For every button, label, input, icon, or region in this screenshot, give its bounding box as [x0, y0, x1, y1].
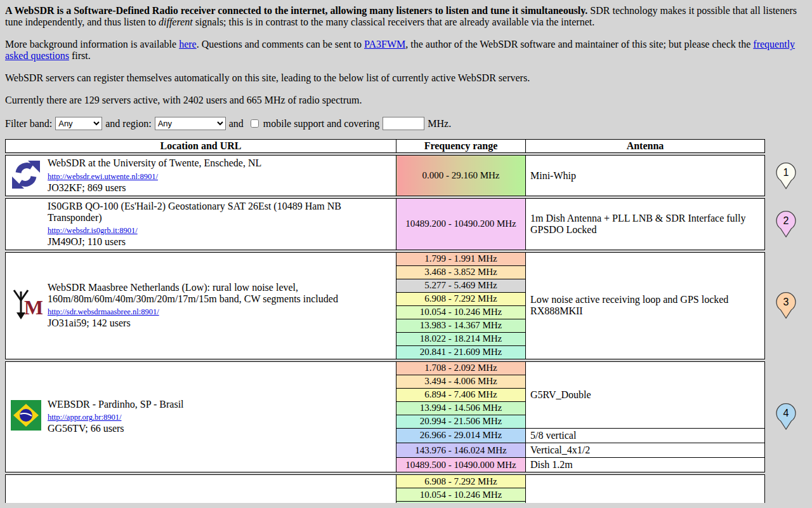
frequency-range-cell: 1.708 - 2.092 MHz	[396, 361, 526, 375]
server-row-pardinho: WEBSDR - Pardinho, SP - Brasil http://ap…	[5, 361, 807, 472]
frequency-range-cell: 20.841 - 21.609 MHz	[396, 345, 526, 359]
brazil-flag-icon	[8, 400, 48, 433]
filter-and-label: and	[229, 118, 244, 130]
intro-bold-lead: A WebSDR is a Software-Defined Radio rec…	[5, 5, 587, 16]
table-header: Location and URL Frequency range Antenna	[5, 139, 765, 153]
filter-mhz-label: MHz.	[428, 118, 451, 130]
frequency-range-cell: 26.966 - 29.014 MHz	[396, 428, 526, 443]
antenna-cell: G5RV_Double	[526, 361, 765, 428]
svg-text:4: 4	[783, 408, 789, 418]
server-card: IS0GRB QO-100 (Es'Hail-2) Geostationary …	[5, 198, 765, 250]
utwente-logo-icon	[8, 159, 48, 192]
antenna-cell: 1m Dish Antenna + PLL LNB & SDR Interfac…	[526, 198, 765, 250]
svg-text:3: 3	[783, 297, 789, 307]
intro-italic-different: different	[159, 17, 193, 27]
background-info-link[interactable]: here	[179, 39, 197, 50]
header-antenna: Antenna	[526, 140, 765, 153]
intro-paragraph-2: More background information is available…	[5, 39, 807, 62]
server-url-link[interactable]: http://appr.org.br:8901/	[48, 413, 121, 422]
filter-band-label: Filter band:	[5, 118, 52, 130]
server-row-twente: WebSDR at the University of Twente, Ensc…	[5, 155, 807, 196]
header-location: Location and URL	[6, 140, 396, 153]
server-url-link[interactable]: http://sdr.websdrmaasbree.nl:8901/	[48, 307, 159, 316]
svg-text:2: 2	[783, 215, 789, 226]
server-url-link[interactable]: http://websdr.is0grb.it:8901/	[48, 226, 138, 235]
frequency-range-cell: 0.000 - 29.160 MHz	[396, 156, 526, 196]
server-locator-users: GG56TV; 66 users	[48, 423, 184, 434]
frequency-range-cell: 13.994 - 14.506 MHz	[396, 401, 526, 415]
frequency-range-cell: 20.994 - 21.506 MHz	[396, 415, 526, 428]
frequency-range-cell: 3.468 - 3.852 MHz	[396, 265, 526, 279]
frequency-range-cell: 10.054 - 10.246 MHz	[396, 488, 526, 502]
server-locator-users: JO31ai59; 142 users	[48, 318, 390, 329]
mobile-support-checkbox[interactable]	[251, 119, 259, 128]
frequency-range-cell: 5.277 - 5.469 MHz	[396, 279, 526, 292]
server-name: WebSDR at the University of Twente, Ensc…	[48, 157, 261, 169]
intro-paragraph-1: A WebSDR is a Software-Defined Radio rec…	[5, 5, 807, 28]
server-card: M WebSDR Maasbree Netherlands (Low): rur…	[5, 252, 765, 359]
intro-paragraph-3: WebSDR servers can register themselves a…	[5, 72, 807, 84]
server-url-link[interactable]: http://websdr.ewi.utwente.nl:8901/	[48, 172, 158, 181]
antenna-cell	[526, 475, 765, 503]
map-pin-2: 2	[765, 210, 807, 239]
antenna-cell: Mini-Whip	[526, 156, 765, 196]
server-row-maasbree-high: M WebSDR Maasbree Netherlands (High): ru…	[5, 474, 807, 503]
server-name: IS0GRB QO-100 (Es'Hail-2) Geostationary …	[48, 201, 390, 224]
frequency-range-cell: 10489.200 - 10490.200 MHz	[396, 198, 526, 250]
antenna-cell: Low noise active receiving loop and GPS …	[526, 252, 765, 359]
frequency-range-cell: 143.976 - 146.024 MHz	[396, 443, 526, 457]
map-pin-3: 3	[765, 291, 807, 320]
author-link[interactable]: PA3FWM	[364, 39, 405, 50]
svg-text:1: 1	[783, 167, 789, 178]
server-card: M WebSDR Maasbree Netherlands (High): ru…	[5, 474, 765, 503]
frequency-range-cell: 10489.500 - 10490.000 MHz	[396, 458, 526, 472]
frequency-range-cell: 1.799 - 1.991 MHz	[396, 252, 526, 265]
server-name: WebSDR Maasbree Netherlands (Low): rural…	[48, 282, 390, 305]
server-card: WEBSDR - Pardinho, SP - Brasil http://ap…	[5, 361, 765, 472]
server-stats-line: Currently there are 129 servers active, …	[5, 95, 807, 106]
frequency-range-cell: 6.908 - 7.292 MHz	[396, 475, 526, 488]
antenna-cell: 5/8 vertical	[526, 428, 765, 443]
header-frequency: Frequency range	[396, 140, 526, 153]
maasbree-antenna-icon: M	[8, 286, 48, 324]
svg-text:M: M	[24, 296, 43, 319]
frequency-range-cell: 6.908 - 7.292 MHz	[396, 292, 526, 305]
frequency-range-cell: 13.983 - 14.367 MHz	[396, 319, 526, 332]
server-name: WEBSDR - Pardinho, SP - Brasil	[48, 399, 184, 410]
band-select[interactable]: Any	[55, 117, 102, 130]
frequency-range-cell: 3.494 - 4.006 MHz	[396, 375, 526, 388]
filter-region-label: and region:	[105, 118, 151, 130]
frequency-range-cell: 18.022 - 18.214 MHz	[396, 332, 526, 345]
antenna-cell: Dish 1.2m	[526, 458, 765, 472]
frequency-range-cell: 6.894 - 7.406 MHz	[396, 388, 526, 401]
server-card: WebSDR at the University of Twente, Ensc…	[5, 155, 765, 196]
server-row-is0grb: IS0GRB QO-100 (Es'Hail-2) Geostationary …	[5, 198, 807, 250]
server-row-maasbree-low: M WebSDR Maasbree Netherlands (Low): rur…	[5, 252, 807, 359]
covering-mhz-input[interactable]	[383, 117, 424, 130]
server-locator-users: JM49OJ; 110 users	[48, 236, 390, 248]
antenna-cell: Vertical_4x1/2	[526, 443, 765, 457]
server-locator-users: JO32KF; 869 users	[48, 182, 261, 194]
region-select[interactable]: Any	[155, 117, 226, 130]
filter-mobile-label: mobile support and covering	[263, 118, 380, 130]
map-pin-4: 4	[765, 402, 807, 431]
frequency-range-cell: 13.983 - 14.367 MHz	[396, 502, 526, 503]
frequency-range-cell: 10.054 - 10.246 MHz	[396, 305, 526, 319]
table-header-row: Location and URL Frequency range Antenna	[5, 139, 807, 153]
map-pin-1: 1	[765, 161, 807, 190]
filter-bar: Filter band: Any and region: Any and mob…	[5, 117, 807, 130]
